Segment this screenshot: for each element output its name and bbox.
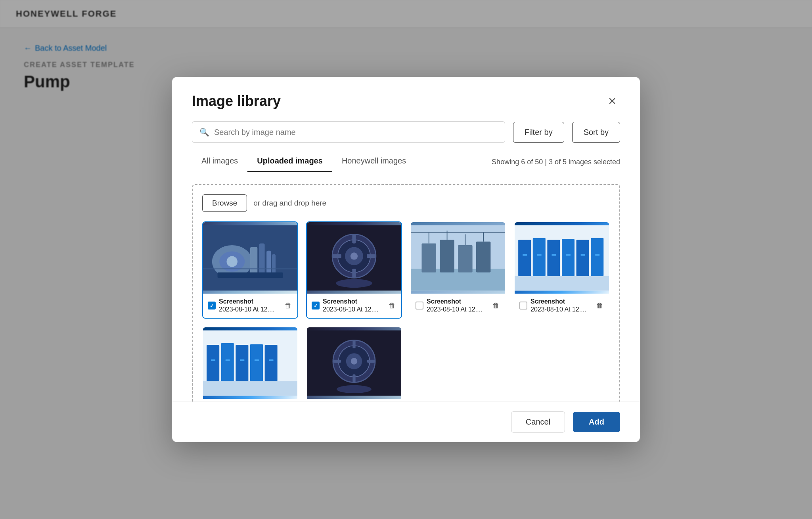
image-checkbox-3[interactable]: [416, 302, 423, 309]
svg-rect-48: [221, 343, 234, 381]
svg-rect-37: [576, 240, 589, 276]
svg-point-14: [350, 252, 358, 260]
upload-controls: Browse or drag and drop here: [202, 194, 610, 212]
tab-honeywell-images[interactable]: Honeywell images: [332, 151, 416, 172]
modal-body: Browse or drag and drop here: [172, 172, 640, 402]
svg-rect-39: [523, 254, 527, 256]
svg-rect-65: [367, 360, 375, 363]
svg-rect-25: [476, 241, 491, 272]
modal-footer: Cancel Add: [172, 402, 640, 442]
svg-point-19: [336, 279, 372, 288]
image-footer-2: Screenshot 2023-08-10 At 12.... 🗑: [307, 294, 401, 318]
svg-rect-24: [458, 245, 473, 272]
svg-rect-15: [352, 234, 356, 243]
modal-title: Image library: [192, 93, 281, 110]
count-info: Showing 6 of 50 | 3 of 5 images selected: [492, 158, 620, 172]
image-checkbox-4[interactable]: [519, 302, 527, 309]
svg-rect-23: [440, 240, 454, 272]
image-thumbnail-5: [203, 327, 297, 399]
image-delete-1[interactable]: 🗑: [284, 301, 293, 311]
image-thumbnail-1: [203, 222, 297, 294]
svg-rect-49: [236, 345, 248, 381]
svg-rect-42: [566, 254, 571, 256]
svg-rect-18: [367, 254, 376, 258]
svg-rect-16: [352, 269, 356, 278]
svg-rect-53: [226, 359, 230, 361]
sort-by-button[interactable]: Sort by: [572, 122, 620, 143]
image-card-3[interactable]: Screenshot 2023-08-10 At 12.... 🗑: [410, 221, 506, 319]
svg-rect-38: [591, 238, 603, 276]
svg-rect-5: [266, 250, 271, 276]
modal-header: Image library ✕: [172, 77, 640, 117]
tabs-row: All images Uploaded images Honeywell ima…: [172, 151, 640, 172]
svg-rect-17: [332, 254, 341, 258]
image-footer-5: Screenshot 2023-08-10 At 12.... 🗑: [203, 399, 297, 402]
image-footer-4: Screenshot 2023-08-10 At 12.... 🗑: [515, 294, 609, 318]
svg-rect-22: [421, 243, 436, 272]
image-thumbnail-3: [411, 222, 505, 294]
svg-rect-63: [352, 374, 355, 382]
svg-point-61: [351, 358, 357, 364]
svg-rect-55: [255, 359, 259, 361]
upload-zone: Browse or drag and drop here: [192, 184, 620, 402]
image-card-5[interactable]: Screenshot 2023-08-10 At 12.... 🗑: [202, 327, 298, 402]
svg-rect-3: [250, 247, 257, 276]
svg-rect-41: [552, 254, 556, 256]
image-card-2[interactable]: Screenshot 2023-08-10 At 12.... 🗑: [306, 221, 402, 319]
image-name-2: Screenshot 2023-08-10 At 12....: [323, 298, 385, 314]
drag-drop-text: or drag and drop here: [253, 199, 326, 208]
search-input[interactable]: [214, 128, 498, 137]
image-thumbnail-2: [307, 222, 401, 294]
svg-rect-34: [533, 238, 546, 276]
image-footer-3: Screenshot 2023-08-10 At 12.... 🗑: [411, 294, 505, 318]
svg-rect-32: [515, 276, 609, 290]
image-library-modal: Image library ✕ 🔍 Filter by Sort by All …: [172, 77, 640, 442]
image-card-4[interactable]: Screenshot 2023-08-10 At 12.... 🗑: [514, 221, 610, 319]
image-name-1: Screenshot 2023-08-10 At 12....: [219, 298, 281, 314]
image-delete-3[interactable]: 🗑: [492, 301, 500, 311]
tab-all-images[interactable]: All images: [192, 151, 247, 172]
svg-rect-46: [203, 381, 297, 396]
svg-rect-51: [265, 345, 278, 381]
svg-rect-62: [352, 340, 355, 348]
svg-rect-4: [259, 243, 265, 276]
image-checkbox-2[interactable]: [312, 302, 320, 309]
svg-rect-47: [207, 345, 219, 381]
svg-rect-54: [240, 359, 244, 361]
svg-rect-43: [581, 254, 585, 256]
image-thumbnail-4: [515, 222, 609, 294]
browse-button[interactable]: Browse: [202, 194, 247, 212]
svg-rect-56: [269, 359, 274, 361]
image-grid-row1: Screenshot 2023-08-10 At 12.... 🗑: [202, 221, 610, 319]
image-delete-2[interactable]: 🗑: [388, 301, 396, 311]
svg-rect-52: [211, 359, 215, 361]
image-checkbox-1[interactable]: [208, 302, 216, 309]
image-name-3: Screenshot 2023-08-10 At 12....: [427, 298, 488, 314]
svg-point-8: [227, 256, 237, 267]
image-card-6[interactable]: Screenshot 2023-08-10 At 12.... 🗑: [306, 327, 402, 402]
image-delete-4[interactable]: 🗑: [596, 301, 604, 311]
add-button[interactable]: Add: [573, 412, 620, 432]
svg-rect-64: [333, 360, 341, 363]
image-grid-row2: Screenshot 2023-08-10 At 12.... 🗑: [202, 327, 610, 402]
image-footer-6: Screenshot 2023-08-10 At 12.... 🗑: [307, 399, 401, 402]
image-card-1[interactable]: Screenshot 2023-08-10 At 12.... 🗑: [202, 221, 298, 319]
search-row: 🔍 Filter by Sort by: [172, 117, 640, 151]
svg-rect-44: [595, 254, 599, 256]
image-footer-1: Screenshot 2023-08-10 At 12.... 🗑: [203, 294, 297, 318]
svg-rect-50: [250, 344, 263, 381]
search-box: 🔍: [192, 121, 505, 143]
svg-point-66: [337, 385, 372, 393]
svg-rect-35: [547, 240, 560, 276]
tab-uploaded-images[interactable]: Uploaded images: [247, 151, 332, 172]
svg-rect-33: [518, 240, 531, 276]
svg-rect-36: [562, 239, 575, 276]
image-name-4: Screenshot 2023-08-10 At 12....: [530, 298, 592, 314]
search-icon: 🔍: [199, 127, 209, 137]
svg-rect-7: [218, 272, 283, 278]
cancel-button[interactable]: Cancel: [511, 411, 565, 432]
image-thumbnail-6: [307, 327, 401, 399]
filter-by-button[interactable]: Filter by: [513, 122, 564, 143]
modal-overlay: Image library ✕ 🔍 Filter by Sort by All …: [0, 0, 812, 519]
close-button[interactable]: ✕: [604, 93, 620, 109]
